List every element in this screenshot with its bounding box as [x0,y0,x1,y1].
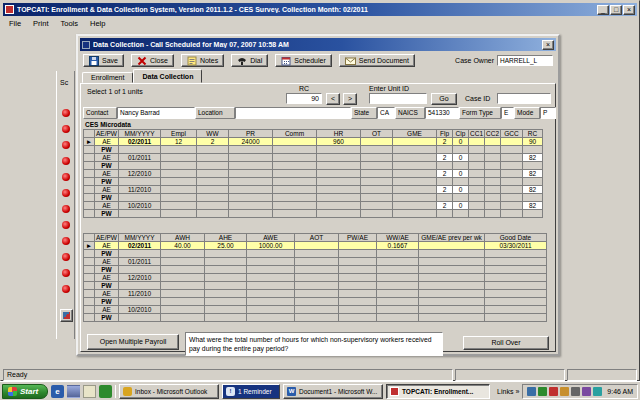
grid-cell[interactable] [453,194,469,202]
show-desktop-icon[interactable] [67,385,80,398]
grid-cell[interactable]: 0 [453,138,469,146]
grid-cell[interactable] [469,186,485,194]
grid-cell[interactable] [361,154,393,162]
grid-cell[interactable] [247,282,295,290]
grid-cell[interactable]: 0 [453,202,469,210]
grid-cell[interactable] [453,162,469,170]
grid-cell[interactable] [501,194,523,202]
grid-cell[interactable] [161,290,205,298]
grid-cell[interactable] [247,314,295,322]
grid-cell[interactable] [469,146,485,154]
grid-cell[interactable] [339,274,377,282]
grid-cell[interactable]: 90 [523,138,543,146]
grid-cell[interactable] [317,146,361,154]
grid-cell[interactable] [205,266,247,274]
grid-cell[interactable] [197,186,229,194]
grid-cell[interactable]: 960 [317,138,361,146]
grid-cell[interactable] [523,162,543,170]
grid-cell[interactable] [419,242,485,250]
contact-field[interactable]: Nancy Barrad [117,107,195,119]
task-button-outlook[interactable]: Inbox - Microsoft Outlook [119,384,219,399]
tray-icon[interactable] [549,387,558,396]
grid-cell[interactable]: 25.00 [205,242,247,250]
grid-cell[interactable] [377,282,419,290]
grid-cell[interactable] [273,178,317,186]
grid-cell[interactable]: 2 [437,202,453,210]
grid-cell[interactable] [437,194,453,202]
grid-cell[interactable] [377,314,419,322]
grid-cell[interactable] [437,210,453,218]
grid-cell[interactable] [295,266,339,274]
tray-icon[interactable] [560,387,569,396]
grid-cell[interactable] [485,250,547,258]
grid-cell[interactable] [419,306,485,314]
grid-cell[interactable] [419,274,485,282]
grid-cell[interactable] [339,258,377,266]
grid-cell[interactable] [485,146,501,154]
grid-cell[interactable] [205,282,247,290]
grid-cell[interactable] [339,314,377,322]
location-field[interactable] [235,107,351,119]
next-unit-button[interactable]: > [343,93,357,105]
menu-print[interactable]: Print [27,18,54,29]
tray-icon[interactable] [527,387,536,396]
task-button-word[interactable]: W Document1 - Microsoft W... [283,384,383,399]
grid-cell[interactable] [485,306,547,314]
grid-cell[interactable] [161,162,197,170]
grid-cell[interactable] [361,210,393,218]
grid-cell[interactable] [485,274,547,282]
grid-cell[interactable] [501,170,523,178]
grid-cell[interactable] [273,162,317,170]
grid-cell[interactable] [229,202,273,210]
tray-icon[interactable] [538,387,547,396]
grid-cell[interactable]: 0 [453,154,469,162]
grid-cell[interactable] [501,186,523,194]
grid-cell[interactable] [317,154,361,162]
grid-cell[interactable] [161,154,197,162]
grid-cell[interactable] [469,178,485,186]
grid-cell[interactable] [273,202,317,210]
case-id-field[interactable] [497,93,551,104]
grid-cell[interactable] [377,306,419,314]
grid-cell[interactable] [273,170,317,178]
grid-cell[interactable] [393,138,437,146]
dialog-close-button[interactable]: × [542,40,554,50]
grid-cell[interactable] [205,274,247,282]
grid-cell[interactable] [197,202,229,210]
grid-cell[interactable] [161,202,197,210]
grid-cell[interactable] [295,314,339,322]
grid-cell[interactable] [419,266,485,274]
grid-cell[interactable] [205,258,247,266]
grid-cell[interactable] [339,242,377,250]
grid-cell[interactable] [485,298,547,306]
task-button-reminder[interactable]: ! 1 Reminder [222,384,280,399]
grid-cell[interactable] [453,210,469,218]
grid-cell[interactable] [197,146,229,154]
grid-cell[interactable] [393,178,437,186]
save-button[interactable]: Save [83,54,124,67]
roll-over-button[interactable]: Roll Over [463,336,549,350]
grid-cell[interactable] [469,162,485,170]
grid-cell[interactable] [339,266,377,274]
grid-cell[interactable] [161,306,205,314]
grid-cell[interactable] [229,170,273,178]
menu-tools[interactable]: Tools [55,18,85,29]
previous-unit-button[interactable]: < [326,93,340,105]
grid-cell[interactable] [393,202,437,210]
grid-cell[interactable] [339,306,377,314]
go-button[interactable]: Go [431,93,457,105]
grid-cell[interactable] [247,306,295,314]
media-player-icon[interactable] [99,385,112,398]
grid-cell[interactable] [229,162,273,170]
grid-cell[interactable]: 0 [453,186,469,194]
grid-cell[interactable] [247,266,295,274]
send-document-button[interactable]: Send Document [339,54,415,67]
grid-cell[interactable] [161,282,205,290]
scheduler-button[interactable]: Scheduler [275,54,332,67]
tab-enrollment[interactable]: Enrollment [82,72,133,83]
grid-cell[interactable] [393,146,437,154]
grid-cell[interactable] [485,202,501,210]
grid-cell[interactable] [523,146,543,154]
grid-cell[interactable] [501,162,523,170]
grid-cell[interactable] [295,298,339,306]
